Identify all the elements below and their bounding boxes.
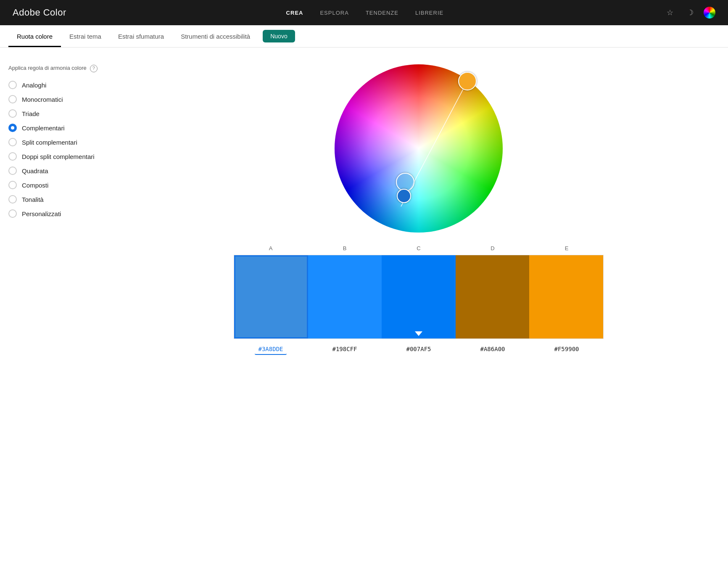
swatch-b[interactable]	[308, 255, 382, 338]
rule-doppi-split[interactable]: Doppi split complementari	[8, 152, 118, 161]
swatch-label-b: B	[308, 245, 382, 251]
nav-tendenze[interactable]: TENDENZE	[366, 10, 398, 16]
hex-item-d: #A86A00	[456, 344, 530, 355]
nav-librerie[interactable]: LIBRERIE	[415, 10, 443, 16]
rule-composti-label: Composti	[22, 182, 48, 189]
color-wheel-svg	[330, 60, 507, 237]
swatch-column-labels: A B C D E	[234, 245, 604, 255]
color-handle-orange[interactable]	[458, 72, 477, 90]
hex-e[interactable]: #F59900	[551, 344, 582, 354]
tab-strumenti-accessibilita[interactable]: Strumenti di accessibilità	[172, 25, 258, 47]
sidebar: Applica regola di armonia colore ? Analo…	[8, 60, 118, 355]
rule-doppi-split-label: Doppi split complementari	[22, 153, 95, 160]
hex-b[interactable]: #198CFF	[329, 344, 360, 354]
harmony-label-text: Applica regola di armonia colore	[8, 64, 87, 72]
radio-triade[interactable]	[8, 109, 17, 118]
harmony-label: Applica regola di armonia colore ?	[8, 64, 118, 72]
rule-split-complementari[interactable]: Split complementari	[8, 138, 118, 146]
radio-quadrata[interactable]	[8, 167, 17, 175]
rule-personalizzati-label: Personalizzati	[22, 210, 61, 217]
star-icon: ☆	[667, 8, 673, 17]
rule-analoghi-label: Analoghi	[22, 82, 46, 89]
color-wheel-icon[interactable]	[704, 7, 715, 19]
rule-tonalita-label: Tonalità	[22, 196, 44, 203]
hex-item-b: #198CFF	[308, 344, 382, 355]
rule-triade[interactable]: Triade	[8, 109, 118, 118]
header-icons: ☆ ☽	[663, 6, 715, 19]
radio-monocromatici[interactable]	[8, 95, 17, 103]
radio-split-complementari[interactable]	[8, 138, 17, 146]
tab-estrai-tema[interactable]: Estrai tema	[61, 25, 110, 47]
rule-split-complementari-label: Split complementari	[22, 139, 77, 146]
radio-doppi-split[interactable]	[8, 152, 17, 161]
help-icon[interactable]: ?	[90, 65, 98, 72]
rule-triade-label: Triade	[22, 110, 40, 117]
tabs-bar: Ruota colore Estrai tema Estrai sfumatur…	[0, 25, 728, 48]
hex-c[interactable]: #007AF5	[403, 344, 434, 354]
nav-esplora[interactable]: ESPLORA	[320, 10, 348, 16]
app-logo: Adobe Color	[13, 7, 66, 18]
hex-item-e: #F59900	[530, 344, 604, 355]
hex-a[interactable]: #3A8DDE	[255, 344, 286, 355]
rule-monocromatici-label: Monocromatici	[22, 96, 63, 103]
hex-item-a: #3A8DDE	[234, 344, 308, 355]
tab-estrai-sfumatura[interactable]: Estrai sfumatura	[110, 25, 172, 47]
star-button[interactable]: ☆	[663, 6, 677, 19]
swatch-a[interactable]	[234, 255, 308, 338]
color-wheel-container[interactable]	[330, 60, 507, 237]
rule-personalizzati[interactable]: Personalizzati	[8, 209, 118, 218]
moon-button[interactable]: ☽	[683, 6, 697, 19]
swatch-label-c: C	[382, 245, 456, 251]
nav-crea[interactable]: CREA	[286, 10, 303, 16]
main-nav: CREA ESPLORA TENDENZE LIBRERIE	[83, 10, 646, 16]
rule-analoghi[interactable]: Analoghi	[8, 81, 118, 89]
rule-complementari[interactable]: Complementari	[8, 124, 118, 132]
moon-icon: ☽	[687, 8, 694, 17]
nuovo-button[interactable]: Nuovo	[263, 30, 295, 42]
rule-quadrata-label: Quadrata	[22, 167, 48, 175]
main-content: Applica regola di armonia colore ? Analo…	[0, 48, 728, 363]
swatch-e[interactable]	[529, 255, 603, 338]
swatch-label-e: E	[530, 245, 604, 251]
wheel-and-swatches: A B C D E #3A8DDE #198CFF #007AF5	[118, 60, 720, 355]
app-header: Adobe Color CREA ESPLORA TENDENZE LIBRER…	[0, 0, 728, 25]
svg-point-1	[335, 64, 503, 233]
radio-personalizzati[interactable]	[8, 209, 17, 218]
radio-complementari[interactable]	[8, 124, 17, 132]
swatch-d[interactable]	[456, 255, 530, 338]
swatches-row	[234, 255, 604, 339]
rule-monocromatici[interactable]: Monocromatici	[8, 95, 118, 103]
radio-analoghi[interactable]	[8, 81, 17, 89]
hex-item-c: #007AF5	[382, 344, 456, 355]
swatch-c[interactable]	[382, 255, 456, 338]
color-handle-blue-small[interactable]	[397, 189, 411, 203]
rule-composti[interactable]: Composti	[8, 181, 118, 189]
tab-ruota-colore[interactable]: Ruota colore	[8, 25, 61, 47]
harmony-rules-list: Analoghi Monocromatici Triade Complement…	[8, 81, 118, 218]
swatch-label-d: D	[456, 245, 530, 251]
hex-d[interactable]: #A86A00	[477, 344, 508, 354]
rule-quadrata[interactable]: Quadrata	[8, 167, 118, 175]
swatch-label-a: A	[234, 245, 308, 251]
radio-tonalita[interactable]	[8, 195, 17, 204]
radio-composti[interactable]	[8, 181, 17, 189]
rule-complementari-label: Complementari	[22, 124, 65, 132]
hex-values-row: #3A8DDE #198CFF #007AF5 #A86A00 #F59900	[234, 344, 604, 355]
swatch-c-arrow	[415, 331, 422, 336]
rule-tonalita[interactable]: Tonalità	[8, 195, 118, 204]
